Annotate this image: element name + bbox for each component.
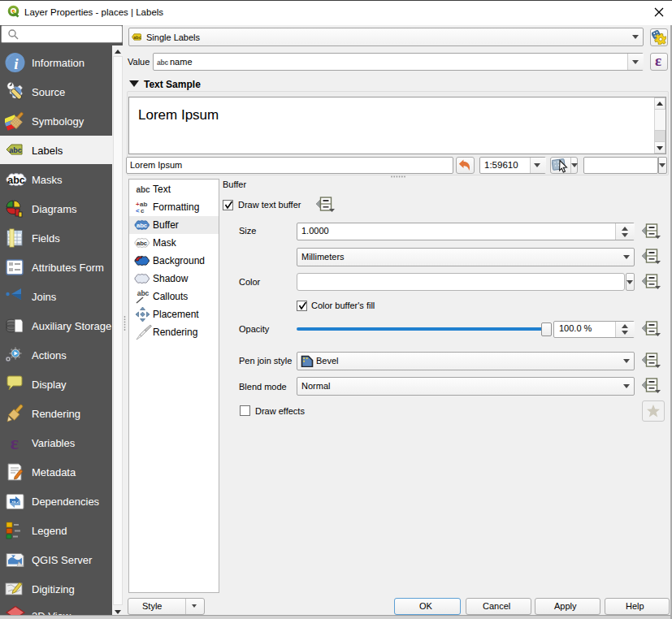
svg-text:abc: abc bbox=[136, 185, 150, 194]
svg-text:ε: ε bbox=[11, 433, 19, 452]
svg-text:abc: abc bbox=[137, 240, 148, 247]
svg-text:abc: abc bbox=[9, 146, 22, 154]
svg-text:c: c bbox=[141, 207, 145, 214]
svg-text:abc: abc bbox=[133, 35, 141, 40]
svg-text:abc: abc bbox=[137, 289, 150, 297]
svg-text:abc: abc bbox=[137, 222, 148, 229]
svg-text:i: i bbox=[14, 55, 19, 72]
svg-text:<: < bbox=[136, 207, 140, 214]
svg-text:abc: abc bbox=[7, 175, 25, 186]
